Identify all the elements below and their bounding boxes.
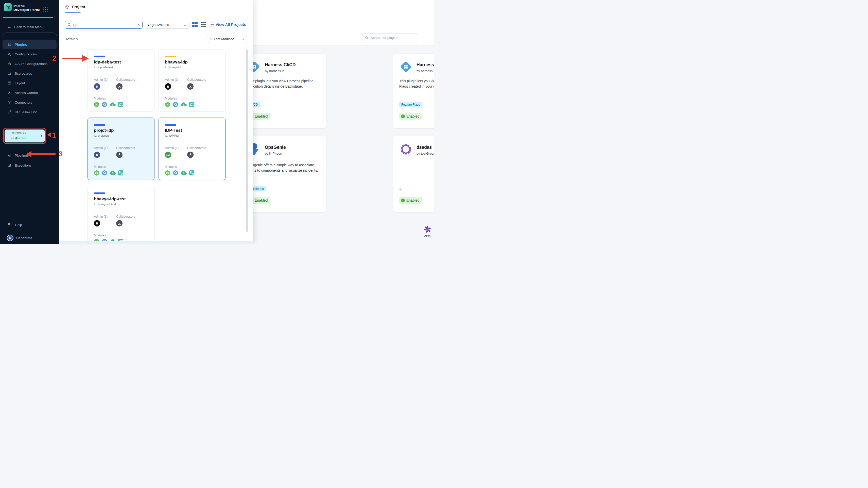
tab-project[interactable]: Project <box>65 5 85 9</box>
plugin-card-harness-cicd[interactable]: Harness CI/CD by harness.io This plugin … <box>242 54 326 128</box>
admin-label: Admin (1) <box>94 78 107 82</box>
module-ci-icon <box>165 170 170 176</box>
grid-view-icon[interactable] <box>192 22 197 27</box>
project-search-input[interactable]: idp ✕ <box>65 21 143 29</box>
project-card-projct-idp[interactable]: projct-idp Id: projctidp Admin (1) Colla… <box>88 118 154 180</box>
plugin-card-feature-flags[interactable]: Harness Feature Flags by harness.io This… <box>393 54 434 128</box>
sidebar-item-oauth-configurations[interactable]: OAuth Configurations <box>3 59 57 68</box>
sidebar-item-scorecards[interactable]: Scorecards <box>3 68 57 78</box>
modules-label: Modules <box>94 97 106 100</box>
admin-avatar: SJ <box>165 151 171 158</box>
view-all-projects-link[interactable]: View All Projects <box>216 22 246 27</box>
plugins-puzzle-icon <box>7 42 11 47</box>
total-count-label: Total: 5 <box>65 37 78 41</box>
plugins-search-placeholder: Search for plugins <box>371 36 398 39</box>
aida-label: AIDA <box>422 234 433 237</box>
check-icon: ✓ <box>401 115 405 118</box>
admin-label: Admin (1) <box>94 146 107 150</box>
plugin-card-dsadas[interactable]: dsadas by testGroupCreateSahiba ✓ Enable… <box>393 136 434 212</box>
modules-label: Modules <box>94 234 106 237</box>
svg-text:?: ? <box>9 224 10 225</box>
collaborators-label: Collaborators <box>116 78 135 82</box>
drawer-scrollbar[interactable] <box>246 50 248 232</box>
sidebar-item-label: Layout <box>15 81 25 85</box>
sidebar-item-connectors[interactable]: Connectors <box>3 97 57 107</box>
harness-logo-icon <box>399 60 413 74</box>
admin-avatar: B <box>94 220 100 227</box>
collaborator-avatar <box>187 151 193 158</box>
sidebar-item-configurations[interactable]: Configurations <box>3 49 57 59</box>
sidebar-item-label: Help <box>15 223 22 227</box>
project-card-idp-deba-test[interactable]: idp-deba-test Id: idpdebatest Admin (1) … <box>88 49 154 112</box>
module-ccm-icon: $ <box>181 102 187 107</box>
dsadas-logo-icon <box>399 142 413 156</box>
project-card-idp-test[interactable]: IDP-Test Id: IDPTest Admin (1) Collabora… <box>158 118 225 180</box>
project-id: Id: bhavyaidptest <box>94 203 116 206</box>
compact-list-view-icon[interactable] <box>209 22 215 27</box>
project-card-bhavya-idp-test[interactable]: bhavya-idp-test Id: bhavyaidptest Admin … <box>88 186 154 244</box>
annotation-highlight-box-project-selector <box>3 128 46 144</box>
user-name: Debabrata <box>16 236 32 240</box>
sidebar-item-label: Scorecards <box>15 71 32 76</box>
annotation-arrow-2-head <box>82 55 89 62</box>
module-chaos-icon <box>173 102 178 107</box>
back-label: Back to Main Menu <box>14 25 43 29</box>
apps-grid-icon[interactable] <box>43 7 48 12</box>
pipelines-icon <box>7 153 11 157</box>
back-to-main-menu[interactable]: ← Back to Main Menu <box>7 24 43 29</box>
text-caret <box>78 23 78 27</box>
module-idp-icon <box>118 102 124 107</box>
oauth-lock-icon <box>7 62 11 66</box>
sidebar-item-plugins[interactable]: Plugins <box>3 39 57 49</box>
module-ci-icon <box>165 102 170 108</box>
plugin-card-opsgenie[interactable]: OpsGenie by K-Phoen Opsgenie offers a si… <box>242 136 326 212</box>
project-card-bhavya-idp[interactable]: bhavya-idp Id: bhavyaidp Admin (1) Colla… <box>158 49 225 112</box>
svg-text:$: $ <box>112 104 113 106</box>
project-name: projct-idp <box>94 128 114 133</box>
module-icons-row: $ <box>94 102 124 108</box>
module-chaos-icon <box>102 170 107 176</box>
organizations-dropdown[interactable]: Organizations ⌄ <box>145 21 189 29</box>
plugin-description: Opsgenie offers a simple way to associat… <box>248 163 322 173</box>
connectors-icon <box>7 100 11 104</box>
collaborator-avatar <box>116 83 123 90</box>
search-icon <box>67 23 71 27</box>
executions-icon <box>7 163 11 167</box>
list-view-icon[interactable] <box>200 22 206 27</box>
check-icon: ✓ <box>401 199 405 202</box>
project-id: Id: projctidp <box>94 134 109 137</box>
module-ci-icon <box>94 170 99 176</box>
sidebar-item-layout[interactable]: Layout <box>3 78 57 88</box>
user-menu[interactable]: D Debabrata <box>3 233 57 243</box>
aida-assistant-button[interactable]: AIDA <box>422 226 433 237</box>
module-icons-row: $ <box>165 170 194 176</box>
admin-avatar: D <box>94 151 100 158</box>
module-ci-icon <box>94 102 99 108</box>
sidebar-item-help[interactable]: ? Help <box>3 220 57 230</box>
module-idp-icon <box>189 170 194 176</box>
sidebar-item-url-allow-list[interactable]: URL Allow List <box>3 107 57 117</box>
sort-dropdown[interactable]: ↑↓ Last Modified ⌄ <box>207 35 247 43</box>
clear-search-icon[interactable]: ✕ <box>137 23 140 27</box>
sidebar-item-access-control[interactable]: Access Control <box>3 88 57 97</box>
admin-label: Admin (1) <box>94 215 107 218</box>
annotation-arrow-2-shaft <box>62 58 83 59</box>
sidebar-item-label: Plugins <box>15 42 27 47</box>
person-icon <box>118 153 121 156</box>
avatar: D <box>7 235 13 241</box>
card-color-bar <box>94 124 105 126</box>
header-accent-line <box>3 17 53 18</box>
plugins-search-input[interactable]: Search for plugins <box>362 33 418 42</box>
person-icon <box>118 222 121 225</box>
module-chaos-icon <box>173 170 178 176</box>
modules-label: Modules <box>165 97 177 100</box>
annotation-number-1: 1 <box>52 131 56 139</box>
sidebar-item-executions[interactable]: Executions <box>3 161 57 170</box>
annotation-number-2: 2 <box>52 54 57 62</box>
plugin-status-badge: ✓ Enabled <box>399 197 422 204</box>
collaborator-avatar <box>116 220 123 227</box>
search-icon <box>365 36 369 39</box>
admin-avatar: B <box>165 83 171 90</box>
plugin-author: by harness.io <box>416 69 434 73</box>
collaborators-label: Collaborators <box>116 215 135 218</box>
